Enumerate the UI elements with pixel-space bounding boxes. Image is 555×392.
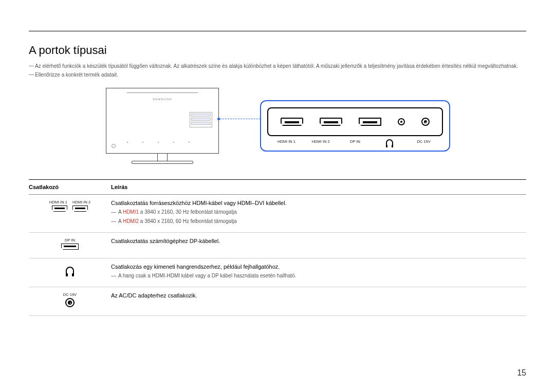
hdmi-port-icon [72, 206, 88, 212]
mini-label: HDMI IN 1 [49, 200, 67, 204]
table-row: Csatlakozás egy kimeneti hangrendszerhez… [29, 258, 526, 287]
mini-label: DP IN [65, 238, 75, 242]
hdmi-port-icon [281, 118, 303, 126]
monitor-logo: SAMSUNG [153, 98, 172, 101]
headphone-icon [66, 267, 74, 274]
audio-jack-icon [398, 118, 405, 125]
row-desc: Csatlakoztatás számítógéphez DP-kábellel… [111, 238, 526, 244]
intro-note-2: Ellenőrizze a konkrét termék adatait. [29, 71, 526, 79]
row-desc: Az AC/DC adapterhez csatlakozik. [111, 292, 526, 298]
panel-label-hdmi1: HDMI IN 1 [269, 139, 304, 145]
panel-label-headphone [372, 139, 406, 145]
mini-label: HDMI IN 2 [72, 200, 90, 204]
ports-table: Csatlakozó Leírás HDMI IN 1 HDMI IN 2 Cs… [29, 179, 526, 316]
row-note: A HDMI1 a 3840 x 2160, 30 Hz felbontást … [111, 208, 526, 216]
hdmi-port-icon [320, 118, 342, 126]
dp-port-icon [359, 118, 381, 126]
row-note: A HDMI2 a 3840 x 2160, 60 Hz felbontást … [111, 217, 526, 225]
diagram-row: SAMSUNG HDMI IN 1 HDMI IN 2 DP IN [29, 88, 526, 164]
table-row: HDMI IN 1 HDMI IN 2 Csatlakoztatás forrá… [29, 195, 526, 233]
row-note: A hang csak a HDMI-HDMI kábel vagy a DP … [111, 272, 526, 279]
page-title: A portok típusai [29, 44, 526, 57]
row-desc: Csatlakozás egy kimeneti hangrendszerhez… [111, 264, 526, 270]
panel-label-dp: DP IN [338, 139, 373, 145]
panel-label-hdmi2: HDMI IN 2 [304, 139, 338, 145]
mini-label: DC 19V [63, 292, 77, 297]
table-row: DC 19V Az AC/DC adapterhez csatlakozik. [29, 287, 526, 316]
panel-label-dc: DC 19V [406, 139, 441, 145]
top-rule [29, 31, 526, 31]
dp-port-icon [61, 244, 79, 250]
table-row: DP IN Csatlakoztatás számítógéphez DP-ká… [29, 233, 526, 258]
hdmi-port-icon [52, 206, 67, 212]
headphone-icon [386, 139, 393, 145]
port-panel-closeup: HDMI IN 1 HDMI IN 2 DP IN DC 19V [260, 100, 450, 152]
page-number: 15 [517, 368, 526, 378]
monitor-back-diagram: SAMSUNG [106, 88, 219, 164]
dc-port-icon [65, 298, 75, 307]
dc-port-icon [421, 118, 430, 126]
monitor-port-zone [190, 112, 212, 127]
row-desc: Csatlakoztatás forráseszközhöz HDMI-kábe… [111, 200, 526, 206]
th-port: Csatlakozó [29, 180, 111, 195]
intro-note-1: Az elérhető funkciók a készülék típusátó… [29, 62, 526, 70]
th-desc: Leírás [111, 180, 526, 195]
